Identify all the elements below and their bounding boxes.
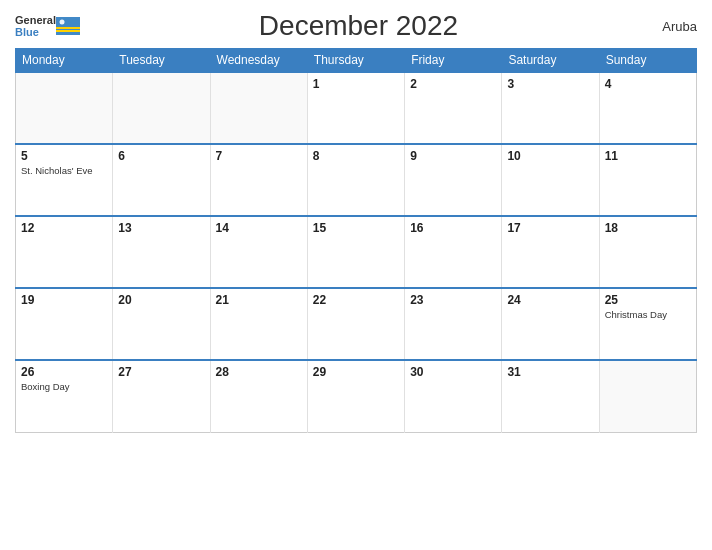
calendar-cell: 7 bbox=[210, 144, 307, 216]
svg-rect-2 bbox=[56, 30, 80, 32]
day-number: 5 bbox=[21, 149, 107, 163]
calendar-cell: 8 bbox=[307, 144, 404, 216]
day-number: 16 bbox=[410, 221, 496, 235]
day-number: 30 bbox=[410, 365, 496, 379]
day-number: 8 bbox=[313, 149, 399, 163]
day-number: 13 bbox=[118, 221, 204, 235]
weekday-header-row: Monday Tuesday Wednesday Thursday Friday… bbox=[16, 49, 697, 73]
calendar-event: Christmas Day bbox=[605, 309, 691, 321]
day-number: 20 bbox=[118, 293, 204, 307]
calendar-page: General Blue December 2022 Aruba Monday … bbox=[0, 0, 712, 550]
header-thursday: Thursday bbox=[307, 49, 404, 73]
day-number: 10 bbox=[507, 149, 593, 163]
calendar-cell: 4 bbox=[599, 72, 696, 144]
month-title: December 2022 bbox=[80, 10, 637, 42]
day-number: 12 bbox=[21, 221, 107, 235]
calendar-cell: 16 bbox=[405, 216, 502, 288]
day-number: 9 bbox=[410, 149, 496, 163]
day-number: 28 bbox=[216, 365, 302, 379]
day-number: 4 bbox=[605, 77, 691, 91]
calendar-cell: 17 bbox=[502, 216, 599, 288]
calendar-cell: 29 bbox=[307, 360, 404, 432]
calendar-cell: 14 bbox=[210, 216, 307, 288]
day-number: 7 bbox=[216, 149, 302, 163]
day-number: 31 bbox=[507, 365, 593, 379]
svg-rect-1 bbox=[56, 27, 80, 29]
calendar-cell bbox=[113, 72, 210, 144]
day-number: 18 bbox=[605, 221, 691, 235]
header-saturday: Saturday bbox=[502, 49, 599, 73]
country-label: Aruba bbox=[637, 19, 697, 34]
calendar-cell: 23 bbox=[405, 288, 502, 360]
day-number: 27 bbox=[118, 365, 204, 379]
calendar-cell: 15 bbox=[307, 216, 404, 288]
header-monday: Monday bbox=[16, 49, 113, 73]
logo-blue-text: Blue bbox=[15, 26, 56, 38]
day-number: 11 bbox=[605, 149, 691, 163]
day-number: 23 bbox=[410, 293, 496, 307]
header-wednesday: Wednesday bbox=[210, 49, 307, 73]
calendar-cell: 22 bbox=[307, 288, 404, 360]
header-tuesday: Tuesday bbox=[113, 49, 210, 73]
calendar-week-row: 5St. Nicholas' Eve67891011 bbox=[16, 144, 697, 216]
calendar-cell: 31 bbox=[502, 360, 599, 432]
day-number: 19 bbox=[21, 293, 107, 307]
calendar-event: Boxing Day bbox=[21, 381, 107, 393]
calendar-header: General Blue December 2022 Aruba bbox=[15, 10, 697, 42]
day-number: 29 bbox=[313, 365, 399, 379]
calendar-cell: 1 bbox=[307, 72, 404, 144]
calendar-table: Monday Tuesday Wednesday Thursday Friday… bbox=[15, 48, 697, 433]
calendar-cell: 21 bbox=[210, 288, 307, 360]
calendar-cell: 18 bbox=[599, 216, 696, 288]
calendar-cell: 24 bbox=[502, 288, 599, 360]
calendar-event: St. Nicholas' Eve bbox=[21, 165, 107, 177]
calendar-cell: 19 bbox=[16, 288, 113, 360]
day-number: 25 bbox=[605, 293, 691, 307]
calendar-cell bbox=[599, 360, 696, 432]
calendar-cell bbox=[210, 72, 307, 144]
calendar-cell: 11 bbox=[599, 144, 696, 216]
calendar-cell: 30 bbox=[405, 360, 502, 432]
day-number: 17 bbox=[507, 221, 593, 235]
logo: General Blue bbox=[15, 14, 80, 38]
day-number: 15 bbox=[313, 221, 399, 235]
day-number: 22 bbox=[313, 293, 399, 307]
calendar-cell: 3 bbox=[502, 72, 599, 144]
logo-general-text: General bbox=[15, 14, 56, 26]
day-number: 1 bbox=[313, 77, 399, 91]
calendar-cell: 10 bbox=[502, 144, 599, 216]
day-number: 21 bbox=[216, 293, 302, 307]
calendar-cell: 25Christmas Day bbox=[599, 288, 696, 360]
calendar-cell: 13 bbox=[113, 216, 210, 288]
calendar-cell: 27 bbox=[113, 360, 210, 432]
calendar-cell: 26Boxing Day bbox=[16, 360, 113, 432]
svg-point-3 bbox=[59, 20, 64, 25]
day-number: 24 bbox=[507, 293, 593, 307]
day-number: 2 bbox=[410, 77, 496, 91]
day-number: 6 bbox=[118, 149, 204, 163]
header-sunday: Sunday bbox=[599, 49, 696, 73]
svg-rect-0 bbox=[56, 17, 80, 35]
calendar-cell: 9 bbox=[405, 144, 502, 216]
calendar-cell: 28 bbox=[210, 360, 307, 432]
calendar-week-row: 26Boxing Day2728293031 bbox=[16, 360, 697, 432]
day-number: 26 bbox=[21, 365, 107, 379]
day-number: 14 bbox=[216, 221, 302, 235]
calendar-cell bbox=[16, 72, 113, 144]
day-number: 3 bbox=[507, 77, 593, 91]
calendar-cell: 20 bbox=[113, 288, 210, 360]
calendar-cell: 5St. Nicholas' Eve bbox=[16, 144, 113, 216]
calendar-week-row: 19202122232425Christmas Day bbox=[16, 288, 697, 360]
calendar-cell: 6 bbox=[113, 144, 210, 216]
calendar-week-row: 1234 bbox=[16, 72, 697, 144]
calendar-cell: 12 bbox=[16, 216, 113, 288]
calendar-cell: 2 bbox=[405, 72, 502, 144]
logo-flag-icon bbox=[56, 17, 80, 35]
header-friday: Friday bbox=[405, 49, 502, 73]
calendar-week-row: 12131415161718 bbox=[16, 216, 697, 288]
